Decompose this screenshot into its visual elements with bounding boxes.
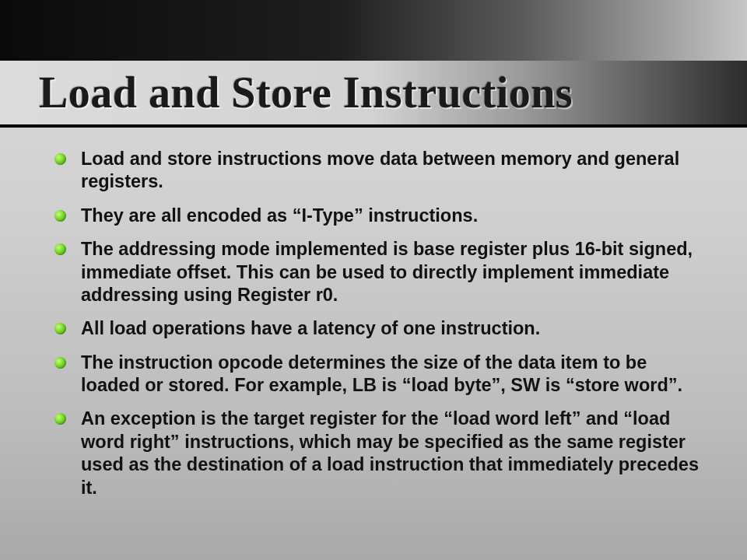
bullet-item: All load operations have a latency of on…	[54, 317, 700, 340]
slide-title: Load and Store Instructions	[0, 68, 573, 117]
bullet-item: An exception is the target register for …	[54, 408, 700, 499]
bullet-item: Load and store instructions move data be…	[54, 148, 700, 194]
bullet-item: They are all encoded as “I-Type” instruc…	[54, 205, 700, 227]
title-divider	[0, 124, 747, 128]
header-band	[0, 0, 747, 61]
bullet-item: The instruction opcode determines the si…	[54, 352, 700, 397]
title-bar: Load and Store Instructions	[0, 61, 747, 124]
bullet-item: The addressing mode implemented is base …	[54, 238, 700, 306]
bullet-list: Load and store instructions move data be…	[54, 148, 700, 499]
slide-body: Load and store instructions move data be…	[54, 148, 700, 510]
slide: Load and Store Instructions Load and sto…	[0, 0, 747, 560]
